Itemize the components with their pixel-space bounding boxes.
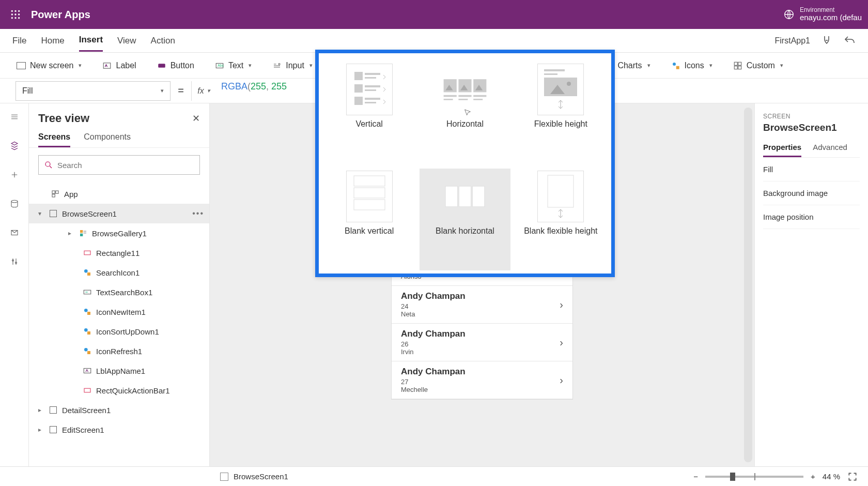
- tree-row-app[interactable]: App: [29, 184, 209, 204]
- button-button[interactable]: Button: [153, 58, 198, 73]
- gallery-option-blank-vertical[interactable]: Blank vertical: [324, 169, 414, 270]
- menu-home[interactable]: Home: [41, 31, 64, 51]
- rail-data-icon[interactable]: [7, 196, 22, 211]
- props-tab-advanced[interactable]: Advanced: [813, 143, 847, 157]
- tree-row[interactable]: IconRefresh1: [29, 341, 209, 361]
- gallery-icon: [79, 229, 88, 238]
- canvas-scrollbar[interactable]: [744, 108, 752, 462]
- chevron-right-icon[interactable]: ›: [560, 299, 563, 311]
- screen-icon: [49, 405, 58, 415]
- undo-icon[interactable]: [843, 35, 856, 47]
- tree-row[interactable]: Rectangle11: [29, 243, 209, 263]
- menu-file[interactable]: File: [12, 31, 26, 51]
- property-row-image-position[interactable]: Image position: [763, 205, 860, 229]
- property-row-fill[interactable]: Fill: [763, 158, 860, 181]
- rail-tree-view-icon[interactable]: [7, 139, 22, 153]
- property-selector-value: Fill: [22, 86, 33, 96]
- input-button[interactable]: Input ▾: [268, 58, 317, 73]
- chevron-down-icon: ▾: [249, 62, 252, 69]
- product-title: Power Apps: [31, 9, 90, 21]
- app-name-field[interactable]: FirstApp1: [775, 36, 810, 45]
- gallery-thumb-icon: [537, 171, 584, 222]
- tree-row[interactable]: IconNewItem1: [29, 302, 209, 322]
- list-item[interactable]: Andy Champan 24 Neta ›: [392, 286, 572, 324]
- text-button[interactable]: Abc Text ▾: [211, 58, 256, 73]
- iconctrl-icon: [83, 268, 92, 277]
- list-item[interactable]: Andy Champan 27 Mechelle ›: [392, 361, 572, 399]
- button-button-label: Button: [171, 61, 194, 70]
- status-screen-name[interactable]: BrowseScreen1: [234, 472, 288, 481]
- gallery-option-vertical[interactable]: Vertical: [324, 62, 414, 163]
- environment-label: Environment: [800, 7, 862, 13]
- gallery-option-flexible-height[interactable]: Flexible height: [516, 62, 606, 163]
- property-selector[interactable]: Fill ▾: [16, 81, 171, 101]
- record-line2: Mechelle: [401, 386, 466, 393]
- svg-rect-40: [52, 194, 55, 197]
- gallery-option-blank-flexible-height[interactable]: Blank flexible height: [516, 169, 606, 270]
- record-name: Andy Champan: [401, 367, 466, 377]
- record-line1: 27: [401, 378, 466, 386]
- chevron-right-icon[interactable]: ›: [560, 337, 563, 348]
- props-tab-properties[interactable]: Properties: [763, 143, 801, 157]
- tree-row[interactable]: ▸ BrowseGallery1: [29, 223, 209, 243]
- svg-rect-88: [472, 186, 484, 207]
- svg-rect-52: [87, 331, 90, 335]
- tree-search-input[interactable]: [57, 161, 194, 170]
- menu-action[interactable]: Action: [151, 31, 175, 51]
- new-screen-label: New screen: [30, 61, 73, 70]
- rail-hamburger-icon[interactable]: [7, 110, 22, 124]
- tree-row[interactable]: SearchIcon1: [29, 263, 209, 282]
- svg-rect-42: [80, 234, 83, 236]
- rail-advanced-tools-icon[interactable]: [7, 254, 22, 269]
- tree-row-screen[interactable]: ▸ EditScreen1: [29, 420, 209, 439]
- object-name: BrowseScreen1: [763, 122, 860, 133]
- tree-row-screen[interactable]: ▾ BrowseScreen1 •••: [29, 204, 209, 223]
- gallery-option-blank-horizontal[interactable]: Blank horizontal: [420, 169, 510, 270]
- chevron-down-icon[interactable]: ▾: [38, 210, 44, 217]
- tree-row[interactable]: IconSortUpDown1: [29, 322, 209, 341]
- fx-button[interactable]: fx ▾: [191, 81, 216, 101]
- preview-screen[interactable]: 21 Alonso › Andy Champan 24 Neta › Andy …: [392, 259, 572, 399]
- tree-row[interactable]: TextSearchBox1: [29, 282, 209, 302]
- menu-insert[interactable]: Insert: [79, 29, 103, 52]
- custom-button[interactable]: Custom ▾: [729, 58, 787, 73]
- close-icon[interactable]: ✕: [192, 113, 200, 124]
- tree-row[interactable]: RectQuickActionBar1: [29, 381, 209, 400]
- tree-view-title: Tree view: [38, 112, 192, 125]
- svg-rect-41: [80, 230, 83, 233]
- svg-rect-59: [365, 77, 376, 79]
- menu-view[interactable]: View: [117, 31, 136, 51]
- icons-button[interactable]: Icons ▾: [667, 58, 717, 73]
- tree-row-screen[interactable]: ▸ DetailScreen1: [29, 400, 209, 420]
- svg-point-8: [18, 17, 20, 19]
- label-button[interactable]: Label: [98, 58, 140, 73]
- record-name: Andy Champan: [401, 329, 466, 339]
- fit-to-window-icon[interactable]: [847, 472, 858, 482]
- svg-rect-60: [354, 84, 363, 93]
- app-checker-icon[interactable]: [820, 35, 833, 47]
- zoom-out-button[interactable]: −: [693, 472, 698, 481]
- new-screen-button[interactable]: New screen ▾: [12, 58, 86, 73]
- more-icon[interactable]: •••: [192, 209, 204, 218]
- tree-row[interactable]: LblAppName1: [29, 361, 209, 381]
- label-icon: [102, 61, 112, 70]
- zoom-slider[interactable]: [705, 476, 803, 478]
- tree-tab-components[interactable]: Components: [84, 132, 131, 147]
- zoom-in-button[interactable]: +: [811, 472, 815, 481]
- list-item[interactable]: Andy Champan 26 Irvin ›: [392, 324, 572, 361]
- chevron-right-icon[interactable]: ›: [560, 374, 563, 386]
- icons-icon: [671, 61, 680, 70]
- property-row-bg-image[interactable]: Background image: [763, 181, 860, 205]
- environment-picker[interactable]: Environment enayu.com (defau: [800, 7, 862, 22]
- select-screen-checkbox[interactable]: [220, 473, 228, 481]
- tree-tab-screens[interactable]: Screens: [38, 132, 70, 147]
- rail-insert-icon[interactable]: [7, 168, 22, 182]
- rail-media-icon[interactable]: [7, 225, 22, 240]
- gallery-thumb-icon: [442, 64, 488, 115]
- input-button-label: Input: [286, 61, 304, 70]
- chevron-right-icon[interactable]: ▸: [38, 426, 44, 433]
- chevron-right-icon[interactable]: ▸: [38, 406, 44, 414]
- chevron-right-icon[interactable]: ▸: [68, 230, 74, 237]
- tree-search[interactable]: [38, 155, 200, 175]
- app-launcher-icon[interactable]: [6, 5, 25, 24]
